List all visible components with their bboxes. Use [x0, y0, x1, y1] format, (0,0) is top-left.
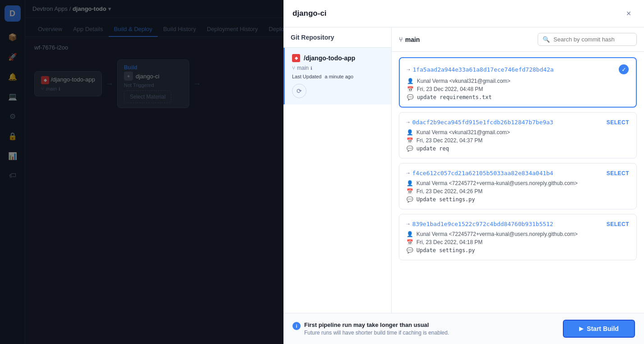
commit-arrow-icon-2: ⇢: [406, 170, 410, 176]
selected-checkmark-0: ✓: [619, 64, 629, 74]
commit-hash-0: ⇢ 1fa5aad2a944e33a61a8d17ece746efd728bd4…: [407, 66, 554, 73]
commit-author-row-3: 👤 Kunal Verma <72245772+verma-kunal@user…: [406, 231, 629, 237]
repo-branch-icon: ⑂: [292, 65, 295, 71]
repo-branch: ⑂ main ℹ: [292, 65, 384, 71]
modal-title: django-ci: [292, 9, 327, 18]
commit-meta-2: 👤 Kunal Verma <72245772+verma-kunal@user…: [406, 180, 629, 203]
author-icon-1: 👤: [406, 129, 413, 136]
play-icon: ▶: [579, 326, 583, 332]
modal-close-button[interactable]: ×: [622, 7, 635, 20]
commit-message-row-3: 💬 Update settings.py: [406, 247, 629, 253]
repo-item-name: ◆ /django-todo-app: [292, 54, 384, 62]
right-panel: ⑂ main 🔍 ⇢ 1fa5aad: [392, 27, 644, 313]
author-icon-3: 👤: [406, 231, 413, 237]
info-icon: i: [292, 322, 301, 330]
commit-hash-3: ⇢ 839e1bad1e9ce1522c972c4bdd84760b931b55…: [406, 221, 553, 227]
branch-name: main: [405, 36, 420, 43]
author-icon-2: 👤: [406, 180, 413, 186]
branch-git-icon: ⑂: [399, 36, 402, 43]
modal-header: django-ci ×: [283, 0, 644, 27]
commit-meta-1: 👤 Kunal Verma <vkunal321@gmail.com> 📅 Fr…: [406, 129, 629, 152]
message-icon-2: 💬: [406, 196, 413, 203]
commit-hash-row-2: ⇢ f4ce612c057cd21a62105b5033aa82e834a041…: [406, 170, 629, 177]
commit-author-row-2: 👤 Kunal Verma <72245772+verma-kunal@user…: [406, 180, 629, 186]
repo-info-icon: ℹ: [311, 66, 312, 71]
message-icon-1: 💬: [406, 145, 413, 152]
footer-text: First pipeline run may take longer than …: [304, 321, 449, 336]
repo-diamond-icon: ◆: [292, 54, 300, 62]
commit-hash-row-0: ⇢ 1fa5aad2a944e33a61a8d17ece746efd728bd4…: [407, 64, 629, 74]
repo-item[interactable]: ◆ /django-todo-app ⑂ main ℹ Last Updated…: [283, 48, 391, 104]
commit-arrow-icon-3: ⇢: [406, 221, 410, 227]
search-box: 🔍: [538, 33, 637, 46]
git-repository-header: Git Repository: [283, 27, 391, 48]
commit-hash-1: ⇢ 0dacf2b9eca945fd915e1fcdb26b12847b7be9…: [406, 119, 553, 126]
repo-last-updated: Last Updated a minute ago: [292, 74, 384, 79]
date-icon-1: 📅: [406, 137, 413, 144]
commit-hash-2: ⇢ f4ce612c057cd21a62105b5033aa82e834a041…: [406, 170, 553, 177]
search-input[interactable]: [553, 36, 632, 43]
left-panel: Git Repository ◆ /django-todo-app ⑂ main…: [283, 27, 392, 313]
author-icon-0: 👤: [407, 78, 413, 84]
date-icon-2: 📅: [406, 188, 413, 195]
select-button-1[interactable]: SELECT: [607, 119, 629, 126]
commit-card-0[interactable]: ⇢ 1fa5aad2a944e33a61a8d17ece746efd728bd4…: [399, 57, 637, 108]
commit-card-2[interactable]: ⇢ f4ce612c057cd21a62105b5033aa82e834a041…: [399, 163, 637, 209]
footer-info-subtitle: Future runs will have shorter build time…: [304, 330, 449, 336]
commit-message-row-0: 💬 update requirements.txt: [407, 94, 629, 100]
footer-info-title: First pipeline run may take longer than …: [304, 321, 449, 328]
commit-date-row-0: 📅 Fri, 23 Dec 2022, 04:48 PM: [407, 86, 629, 92]
commit-arrow-icon-0: ⇢: [407, 67, 410, 72]
commit-author-row-0: 👤 Kunal Verma <vkunal321@gmail.com>: [407, 78, 629, 84]
commit-hash-row-3: ⇢ 839e1bad1e9ce1522c972c4bdd84760b931b55…: [406, 221, 629, 227]
commit-meta-0: 👤 Kunal Verma <vkunal321@gmail.com> 📅 Fr…: [407, 78, 629, 100]
commit-date-row-3: 📅 Fri, 23 Dec 2022, 04:18 PM: [406, 239, 629, 245]
modal-footer: i First pipeline run may take longer tha…: [283, 313, 644, 344]
date-icon-0: 📅: [407, 86, 413, 92]
search-icon: 🔍: [543, 36, 550, 43]
commits-list: ⇢ 1fa5aad2a944e33a61a8d17ece746efd728bd4…: [392, 52, 644, 313]
commit-date-row-2: 📅 Fri, 23 Dec 2022, 04:26 PM: [406, 188, 629, 195]
commit-card-3[interactable]: ⇢ 839e1bad1e9ce1522c972c4bdd84760b931b55…: [399, 214, 637, 260]
commit-date-row-1: 📅 Fri, 23 Dec 2022, 04:37 PM: [406, 137, 629, 144]
modal-overlay: django-ci × Git Repository ◆ /django-tod…: [0, 0, 644, 344]
date-icon-3: 📅: [406, 239, 413, 245]
commit-card-1[interactable]: ⇢ 0dacf2b9eca945fd915e1fcdb26b12847b7be9…: [399, 112, 637, 158]
modal-panel: django-ci × Git Repository ◆ /django-tod…: [283, 0, 644, 344]
commit-message-row-2: 💬 Update settings.py: [406, 196, 629, 203]
branch-bar: ⑂ main 🔍: [392, 27, 644, 52]
start-build-label: Start Build: [587, 325, 619, 332]
message-icon-0: 💬: [407, 94, 413, 100]
refresh-button[interactable]: ⟳: [292, 84, 306, 98]
footer-info: i First pipeline run may take longer tha…: [292, 321, 449, 336]
message-icon-3: 💬: [406, 247, 413, 253]
branch-selector[interactable]: ⑂ main: [399, 36, 420, 43]
commit-message-row-1: 💬 update req: [406, 145, 629, 152]
commit-arrow-icon-1: ⇢: [406, 119, 410, 125]
modal-body: Git Repository ◆ /django-todo-app ⑂ main…: [283, 27, 644, 313]
select-button-3[interactable]: SELECT: [607, 221, 629, 227]
commit-author-row-1: 👤 Kunal Verma <vkunal321@gmail.com>: [406, 129, 629, 136]
commit-hash-row-1: ⇢ 0dacf2b9eca945fd915e1fcdb26b12847b7be9…: [406, 119, 629, 126]
start-build-button[interactable]: ▶ Start Build: [563, 320, 635, 338]
commit-meta-3: 👤 Kunal Verma <72245772+verma-kunal@user…: [406, 231, 629, 253]
select-button-2[interactable]: SELECT: [607, 170, 629, 177]
